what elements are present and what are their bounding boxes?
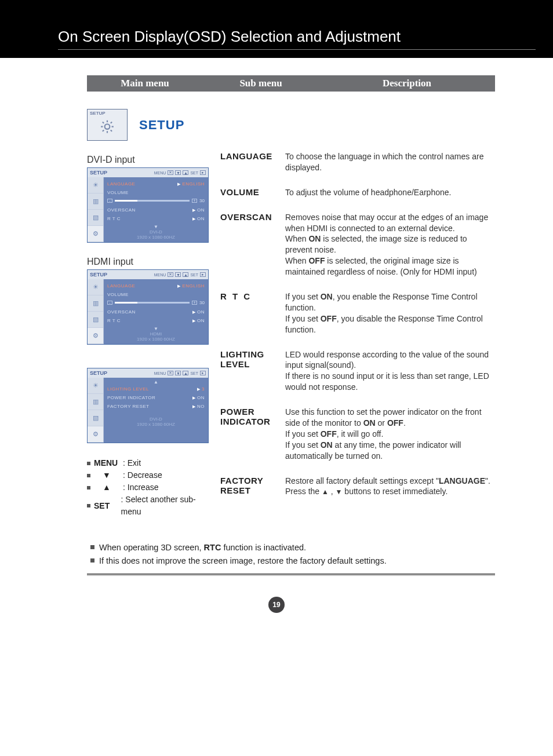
down-triangle-icon: ▼ <box>94 469 119 481</box>
osd-rtc-value: ON <box>197 318 205 323</box>
up-icon: ▲ <box>183 272 188 277</box>
page-title: On Screen Display(OSD) Selection and Adj… <box>58 28 536 50</box>
setup-heading-row: SETUP SETUP <box>87 109 495 141</box>
osd-footer-res: 1920 x 1080 60HZ <box>137 235 175 240</box>
osd-header-controls: MENU✕ ▼ ▲ SET▸ <box>154 272 206 277</box>
osd-volume-label: VOLUME <box>107 292 129 297</box>
desc-lighting-text: LED would response according to the valu… <box>285 349 495 393</box>
color-tab-icon: ▥ <box>88 295 103 312</box>
desc-factory-text: Restore all factory default settings exc… <box>285 476 495 498</box>
osd-panel-dvid: SETUP MENU✕ ▼ ▲ SET▸ ☀ ▥ ▧ ⚙ <box>87 167 209 243</box>
up-triangle-icon: ▲ <box>94 481 119 494</box>
osd-title: SETUP <box>90 170 107 176</box>
tracking-tab-icon: ▧ <box>88 312 103 328</box>
desc-power-text: Use this function to set the power indic… <box>285 407 495 461</box>
tracking-tab-icon: ▧ <box>88 410 103 426</box>
page-header-band: On Screen Display(OSD) Selection and Adj… <box>0 0 553 58</box>
osd-hdr-set: SET <box>190 171 198 175</box>
legend-set-text: : Select another sub-menu <box>121 494 209 518</box>
osd-factory-label: FACTORY RESET <box>107 404 150 409</box>
setup-title: SETUP <box>139 118 184 133</box>
brightness-tab-icon: ☀ <box>88 279 103 295</box>
desc-overscan-name: OVERSCAN <box>220 212 278 277</box>
svg-line-5 <box>103 122 104 123</box>
osd-language-value: ENGLISH <box>182 283 205 288</box>
osd-rtc-value: ON <box>197 216 205 221</box>
svg-point-0 <box>105 124 110 129</box>
legend-increase-text: : Increase <box>123 481 158 494</box>
osd-overscan-value: ON <box>197 207 205 213</box>
desc-lighting-name: LIGHTING LEVEL <box>220 349 278 393</box>
desc-rtc-name: R T C <box>220 291 278 335</box>
osd-title: SETUP <box>90 272 107 277</box>
osd-panel-page2: SETUP MENU✕ ▼ ▲ SET▸ ☀ ▥ ▧ ⚙ <box>87 368 209 443</box>
svg-line-6 <box>111 130 112 131</box>
divider <box>87 574 495 576</box>
down-icon: ▼ <box>175 170 181 175</box>
setup-tab-icon: ⚙ <box>88 226 103 242</box>
legend-menu-key: MENU <box>94 457 119 469</box>
osd-language-value: ENGLISH <box>182 181 205 187</box>
osd-panel-hdmi: SETUP MENU✕ ▼ ▲ SET▸ ☀ ▥ ▧ ⚙ <box>87 269 209 345</box>
osd-power-label: POWER INDICATOR <box>107 395 155 400</box>
osd-volume-label: VOLUME <box>107 190 129 195</box>
osd-header-controls: MENU✕ ▼ ▲ SET▸ <box>154 170 206 175</box>
osd-rtc-label: R T C <box>107 318 121 323</box>
osd-overscan-label: OVERSCAN <box>107 207 136 213</box>
osd-volume-value: 30 <box>199 198 205 203</box>
osd-footer-source: DVI-D <box>150 229 162 235</box>
col-sub-menu: Sub menu <box>203 78 319 89</box>
osd-footer-source: DVI-D <box>150 417 162 422</box>
osd-power-value: ON <box>197 395 205 400</box>
svg-line-7 <box>103 130 104 131</box>
down-triangle-icon: ▼ <box>336 488 343 496</box>
svg-line-8 <box>111 122 112 123</box>
column-header-bar: Main menu Sub menu Description <box>87 75 495 92</box>
desc-rtc-text: If you set ON, you enable the Response T… <box>285 291 495 335</box>
page-number-badge: 19 <box>268 597 285 613</box>
brightness-tab-icon: ☀ <box>88 177 103 193</box>
osd-factory-value: NO <box>197 404 205 409</box>
color-tab-icon: ▥ <box>88 193 103 210</box>
up-icon: ▲ <box>183 371 188 375</box>
osd-footer-res: 1920 x 1080 60HZ <box>137 337 175 342</box>
gear-icon <box>100 119 115 134</box>
up-triangle-icon: ▲ <box>322 488 329 496</box>
down-icon: ▼ <box>175 272 181 277</box>
osd-language-label: LANGUAGE <box>107 283 135 288</box>
osd-lighting-label: LIGHTING LEVEL <box>107 386 149 392</box>
osd-hdr-set: SET <box>190 273 198 277</box>
tracking-tab-icon: ▧ <box>88 210 103 226</box>
setup-icon-label: SETUP <box>90 111 105 116</box>
footnotes: When operating 3D screen, RTC function i… <box>87 541 495 568</box>
hdmi-input-label: HDMI input <box>87 257 209 267</box>
osd-rtc-label: R T C <box>107 216 121 221</box>
osd-overscan-value: ON <box>197 309 205 315</box>
osd-hdr-menu: MENU <box>154 371 166 375</box>
desc-language-text: To choose the language in which the cont… <box>285 151 495 173</box>
col-description: Description <box>319 78 495 89</box>
setup-tab-icon: ⚙ <box>88 328 103 344</box>
desc-volume-text: To adjust the volume of headphone/Earpho… <box>285 187 495 198</box>
osd-hdr-set: SET <box>190 371 198 375</box>
osd-footer-res: 1920 x 1080 60HZ <box>137 422 175 427</box>
left-column: DVI-D input SETUP MENU✕ ▼ ▲ SET▸ ☀ ▥ ▧ <box>87 151 209 518</box>
setup-osd-icon: SETUP <box>87 109 128 141</box>
desc-factory-name: FACTORY RESET <box>220 476 278 498</box>
legend-menu-text: : Exit <box>123 457 141 469</box>
osd-hdr-menu: MENU <box>154 273 166 277</box>
osd-volume-bar: -+30 <box>107 197 205 206</box>
brightness-tab-icon: ☀ <box>88 378 103 394</box>
osd-language-label: LANGUAGE <box>107 181 135 187</box>
legend-decrease-text: : Decrease <box>123 469 162 481</box>
col-main-menu: Main menu <box>87 78 203 89</box>
desc-overscan-text: Removes noise that may occur at the edge… <box>285 212 495 277</box>
crop-mark <box>526 0 527 16</box>
setup-tab-icon: ⚙ <box>88 426 103 443</box>
osd-side-tabs: ☀ ▥ ▧ ⚙ <box>88 177 104 242</box>
osd-title: SETUP <box>90 370 107 376</box>
osd-hdr-menu: MENU <box>154 171 166 175</box>
button-legend: MENU: Exit ▼: Decrease ▲: Increase SET: … <box>87 457 209 518</box>
page-content: Main menu Sub menu Description SETUP SET… <box>0 58 553 587</box>
osd-overscan-label: OVERSCAN <box>107 309 136 315</box>
